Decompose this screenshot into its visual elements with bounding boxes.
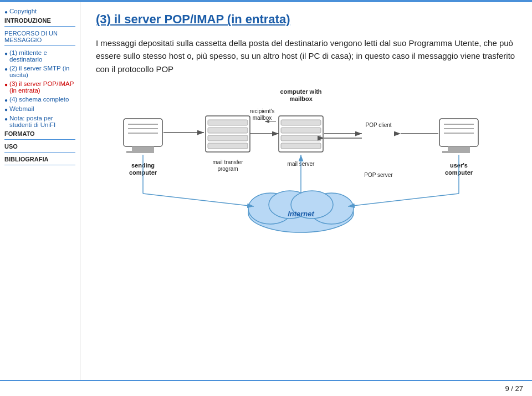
sidebar-item-bibliografia[interactable]: BIBLIOGRAFIA (4, 156, 75, 163)
sidebar-item-nota[interactable]: ● Nota: posta per studenti di UniFI (4, 115, 75, 128)
svg-text:computer with: computer with (280, 88, 321, 95)
sidebar: ● Copyright INTRODUZIONE PERCORSO DI UN … (0, 2, 80, 380)
svg-text:program: program (217, 166, 238, 172)
svg-rect-20 (281, 135, 321, 141)
bullet-icon: ● (4, 50, 8, 57)
svg-rect-21 (281, 143, 321, 149)
svg-rect-1 (132, 146, 154, 151)
sidebar-section-introduzione: INTRODUZIONE (4, 17, 75, 27)
page-body-text: I messaggi depositati sulla cassetta del… (96, 37, 516, 75)
bullet-icon: ● (4, 66, 8, 72)
svg-rect-11 (208, 128, 248, 133)
sidebar-item-copyright[interactable]: ● Copyright (4, 8, 75, 15)
sidebar-section-uso: USO (4, 143, 75, 153)
svg-text:recipient's: recipient's (249, 108, 274, 114)
svg-rect-13 (208, 143, 248, 149)
svg-rect-2 (126, 151, 154, 153)
svg-line-50 (348, 194, 459, 206)
diagram-area: sending computer mail transfer program (96, 85, 516, 246)
content-area: (3) il server POP/IMAP (in entrata) I me… (80, 2, 532, 380)
svg-text:POP client: POP client (365, 122, 391, 128)
sidebar-divider-uso (4, 152, 75, 153)
bottom-bar: 9 / 27 (0, 380, 532, 396)
sidebar-divider-percorso (4, 45, 75, 46)
svg-text:mailbox: mailbox (252, 115, 271, 121)
sidebar-item-2[interactable]: ● (2) il server SMTP (in uscita) (4, 65, 75, 78)
svg-text:mailbox: mailbox (289, 95, 313, 102)
svg-rect-31 (439, 119, 478, 146)
svg-rect-33 (442, 151, 470, 153)
svg-rect-18 (281, 120, 321, 125)
sidebar-divider-bibliografia (4, 165, 75, 165)
svg-rect-10 (208, 120, 248, 125)
sidebar-item-4[interactable]: ● (4) schema completo (4, 96, 75, 103)
bullet-icon: ● (4, 97, 8, 103)
bullet-icon: ● (4, 82, 8, 88)
sidebar-item-webmail[interactable]: ● Webmail (4, 105, 75, 113)
bullet-icon: ● (4, 116, 8, 122)
sidebar-section-percorso: PERCORSO DI UN MESSAGGIO (4, 30, 75, 46)
sidebar-item-formato[interactable]: FORMATO (4, 130, 75, 137)
sidebar-divider (4, 26, 75, 27)
svg-line-48 (143, 194, 254, 206)
bullet-icon: ● (4, 9, 8, 15)
main-layout: ● Copyright INTRODUZIONE PERCORSO DI UN … (0, 2, 532, 380)
page-indicator: 9 / 27 (505, 384, 523, 393)
sidebar-item-introduzione[interactable]: INTRODUZIONE (4, 17, 75, 24)
svg-rect-32 (448, 146, 470, 151)
sidebar-item-percorso[interactable]: PERCORSO DI UN MESSAGGIO (4, 30, 75, 43)
bullet-icon: ● (4, 106, 8, 113)
svg-rect-19 (281, 128, 321, 133)
sidebar-divider-formato (4, 139, 75, 140)
sidebar-section-formato: FORMATO (4, 130, 75, 140)
svg-text:POP server: POP server (364, 172, 393, 178)
sidebar-item-3[interactable]: ● (3) il server POP/IMAP (in entrata) (4, 80, 75, 94)
sidebar-item-uso[interactable]: USO (4, 143, 75, 150)
sidebar-section-bibliografia: BIBLIOGRAFIA (4, 156, 75, 165)
svg-text:mail transfer: mail transfer (212, 159, 243, 165)
page-title: (3) il server POP/IMAP (in entrata) (96, 12, 516, 27)
svg-rect-0 (124, 119, 162, 146)
sidebar-item-1[interactable]: ● (1) mittente e destinatario (4, 49, 75, 63)
svg-rect-12 (208, 135, 248, 141)
diagram-svg: sending computer mail transfer program (107, 85, 506, 246)
svg-text:Internet: Internet (288, 210, 314, 218)
